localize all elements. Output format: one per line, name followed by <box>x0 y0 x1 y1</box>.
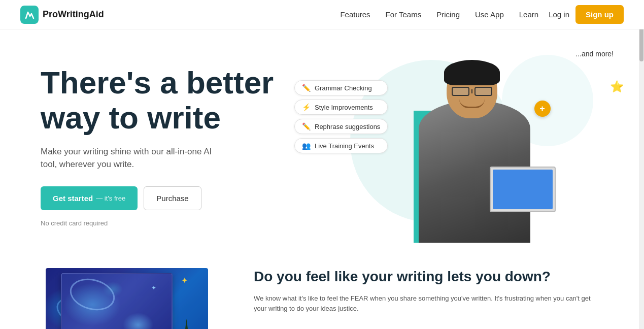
brand-logo[interactable]: ProWritingAid <box>20 6 104 24</box>
no-credit-note: No credit card required <box>41 219 315 227</box>
painting-stack: ✦ ✦ ✦ ✦ My idea in my head <box>30 263 213 329</box>
lightning-icon: ⚡ <box>302 103 311 111</box>
scrollbar[interactable] <box>639 0 644 329</box>
nav-features[interactable]: Features <box>340 10 370 19</box>
glass-bridge <box>471 89 472 93</box>
more-badge: ...and more! <box>575 50 614 58</box>
nav-pricing[interactable]: Pricing <box>436 10 460 19</box>
people-icon: 👥 <box>302 142 311 150</box>
plus-badge: + <box>534 101 551 117</box>
laptop <box>490 167 556 212</box>
front-star: ✦ <box>151 284 156 291</box>
signup-button[interactable]: Sign up <box>575 5 624 24</box>
person-hair <box>444 60 500 85</box>
feature-pills: ✏️ Grammar Checking ⚡ Style Improvements… <box>294 80 388 153</box>
hero-title: There's a better way to write <box>41 65 315 135</box>
person-illustration: + <box>409 60 551 243</box>
hero-buttons: Get started — it's free Purchase <box>41 186 315 210</box>
nav-learn[interactable]: Learn <box>519 10 538 19</box>
hero-subtitle: Make your writing shine with our all-in-… <box>41 145 213 171</box>
purchase-button[interactable]: Purchase <box>144 186 201 210</box>
logo-icon <box>20 6 39 24</box>
nav-for-teams[interactable]: For Teams <box>386 10 422 19</box>
edit-icon: ✏️ <box>302 122 311 130</box>
pill-style: ⚡ Style Improvements <box>294 100 388 115</box>
hero-section: There's a better way to write Make your … <box>0 29 644 253</box>
section-title: Do you feel like your writing lets you d… <box>254 268 603 285</box>
login-button[interactable]: Log in <box>549 10 569 19</box>
painting-area: ✦ ✦ ✦ ✦ My idea in my head <box>30 263 223 329</box>
section-text: We know what it's like to feel the FEAR … <box>254 293 603 315</box>
person-smile <box>459 99 485 108</box>
nav-use-app[interactable]: Use App <box>475 10 504 19</box>
glass-right <box>474 87 492 96</box>
pill-grammar: ✏️ Grammar Checking <box>294 80 388 95</box>
cypress-tree <box>180 319 193 329</box>
painting-front: ✦ <box>61 273 173 329</box>
hero-illustration: ...and more! ✏️ Grammar Checking ⚡ Style… <box>335 50 624 243</box>
pill-rephrase: ✏️ Rephrase suggestions <box>294 119 388 134</box>
glass-left <box>452 87 469 96</box>
nav-actions: Log in Sign up <box>549 5 624 24</box>
get-started-button[interactable]: Get started — it's free <box>41 186 138 210</box>
pencil-icon: ✏️ <box>302 84 311 92</box>
pill-training: 👥 Live Training Events <box>294 138 388 153</box>
second-content: Do you feel like your writing lets you d… <box>254 263 603 314</box>
person-head <box>447 62 497 118</box>
front-swirl-1 <box>66 274 118 315</box>
brand-name: ProWritingAid <box>43 9 104 20</box>
laptop-screen <box>493 170 553 209</box>
second-section: ✦ ✦ ✦ ✦ My idea in my head Do you feel l <box>0 253 644 329</box>
hero-content: There's a better way to write Make your … <box>41 65 335 226</box>
star-1: ✦ <box>181 276 188 285</box>
person-glasses <box>452 87 492 96</box>
navbar: ProWritingAid Features For Teams Pricing… <box>0 0 644 29</box>
star-badge: ⭐ <box>610 80 624 93</box>
